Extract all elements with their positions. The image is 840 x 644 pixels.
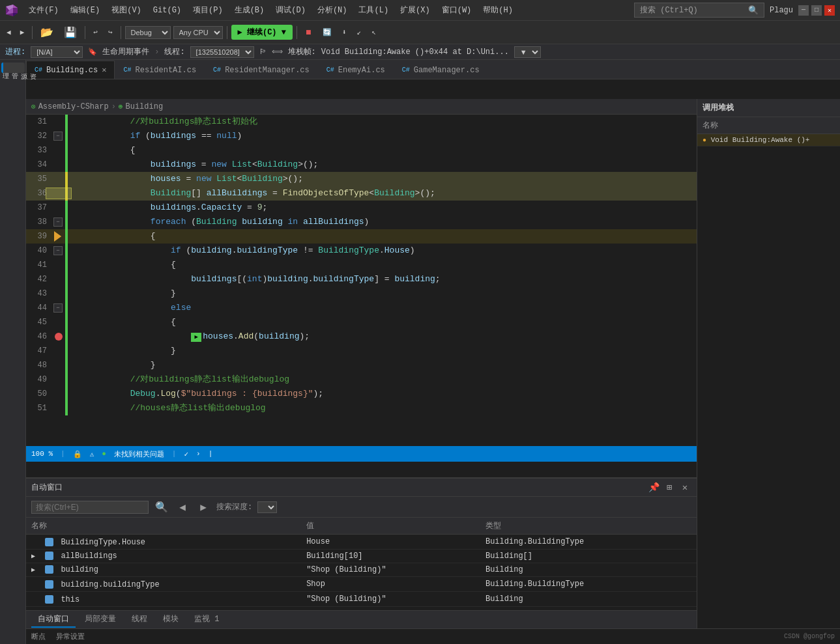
tab-building-cs[interactable]: C# Building.cs ✕ [26,61,115,79]
table-row: 37 buildings.Capacity = 9; [26,201,697,215]
menu-window[interactable]: 窗口(W) [437,3,477,17]
tab-resident-manager[interactable]: C# ResidentManager.cs [205,61,318,79]
menu-debug[interactable]: 调试(D) [270,3,311,17]
stack-dropdown[interactable]: ▼ [514,46,541,58]
menu-extensions[interactable]: 扩展(X) [395,3,435,17]
forward-btn[interactable]: ▶ [16,27,29,38]
search-input[interactable] [31,501,149,514]
breakpoint-46 [55,333,63,341]
code-43: } [68,287,697,301]
collapse-44[interactable]: − [53,303,63,313]
collapse-38[interactable]: − [53,217,63,227]
menu-help[interactable]: 帮助(H) [478,3,518,17]
menu-git[interactable]: Git(G) [148,5,186,16]
line-num-49: 49 [26,372,52,387]
expand-arrow-2[interactable]: ▶ [31,566,39,574]
watch-type-2: Building [480,563,697,577]
table-row: 49 //对buildings静态list输出debuglog [26,372,697,387]
restart-btn[interactable]: 🔄 [319,27,336,38]
search-bar: 🔍 ◀ ▶ 搜索深度: [26,497,697,518]
gutter-51 [52,401,65,415]
undo-btn[interactable]: ↩ [89,27,102,38]
left-sidebar: 资源管理器 [0,60,26,644]
maximize-btn[interactable]: □ [811,5,822,16]
menu-tools[interactable]: 工具(L) [353,3,394,17]
zoom-level: 100 % [31,450,53,458]
menu-project[interactable]: 项目(P) [188,3,228,17]
table-row: 46 ▶houses.Add(building); [26,329,697,344]
watch-name-text-3: building.buildingType [61,580,159,589]
redo-btn[interactable]: ↪ [104,27,117,38]
play-icon: ▶ [238,28,242,37]
tab-enemy-ai[interactable]: C# EnemyAi.cs [318,61,394,79]
gutter-33 [52,143,65,158]
file-icon[interactable]: 📂 [36,25,57,40]
menu-analyze[interactable]: 分析(N) [312,3,353,17]
save-icon[interactable]: 💾 [60,25,81,40]
nav-fwd-btn[interactable]: ▶ [196,499,211,515]
gutter-38: − [52,215,65,229]
code-editor[interactable]: 31 //对buildings静态list初始化 32 − if (buildi… [26,115,697,462]
breakpoints-label[interactable]: 断点 [31,632,46,641]
call-stack-header: 调用堆栈 [697,99,840,117]
menu-file[interactable]: 文件(F) [23,3,64,17]
menu-build[interactable]: 生成(B) [229,3,270,17]
float-btn[interactable]: ⊞ [663,481,676,494]
config-dropdown[interactable]: Debug [125,26,171,39]
code-41: { [68,258,697,272]
menu-view[interactable]: 视图(V) [106,3,147,17]
collapse-32[interactable]: − [53,132,63,141]
panel-controls: 📌 ⊞ ✕ [647,481,691,494]
depth-dropdown[interactable] [257,501,277,513]
pin-btn[interactable]: 📌 [647,481,660,494]
step-into-btn[interactable]: ↙ [353,27,366,38]
continue-btn[interactable]: ▶ 继续(C) ▼ [231,25,293,40]
code-33: { [68,143,697,158]
gutter-49 [52,372,65,387]
btab-autownd[interactable]: 自动窗口 [31,611,76,628]
sidebar-icon-1[interactable]: 资源管理器 [1,63,25,73]
gutter-40: − [52,244,65,258]
btab-modules[interactable]: 模块 [156,611,185,628]
continue-dropdown-arrow: ▼ [282,28,286,37]
btab-watch1[interactable]: 监视 1 [188,611,225,628]
exceptions-label[interactable]: 异常设置 [56,632,85,641]
line-num-38: 38 [26,215,52,229]
btab-locals[interactable]: 局部变量 [78,611,123,628]
step-out-btn[interactable]: ↖ [368,27,380,38]
sep5 [297,26,297,39]
tab-resident-ai[interactable]: C# ResidentAI.cs [115,61,205,79]
global-search[interactable]: 搜索 (Ctrl+Q) 🔍 [634,3,764,18]
member-label[interactable]: Building [125,102,163,111]
gutter-50 [52,387,65,401]
namespace-label[interactable]: Assembly-CSharp [38,102,109,111]
close-panel-btn[interactable]: ✕ [678,481,691,494]
back-btn[interactable]: ◀ [3,27,15,38]
row-icon-3 [45,580,53,589]
gutter-34 [52,158,65,172]
step-over-btn[interactable]: ⬇ [338,27,351,38]
collapse-40[interactable]: − [53,246,63,255]
btab-threads[interactable]: 线程 [125,611,154,628]
process-dropdown[interactable]: [N/A] [31,46,83,58]
menu-edit[interactable]: 编辑(E) [65,3,106,17]
watch-value-2: "Shop (Building)" [301,563,480,577]
stack-value: Void Building:Awake ()+0x44 at D:\Uni... [321,48,509,57]
expand-arrow-1[interactable]: ▶ [31,552,39,560]
line-num-45: 45 [26,315,52,329]
tab-icon-0: C# [35,66,42,74]
line-num-31: 31 [26,115,52,129]
search-icon-btn[interactable]: 🔍 [154,499,169,515]
nav-back-btn[interactable]: ◀ [175,499,190,515]
gutter-48 [52,358,65,372]
tab-game-manager[interactable]: C# GameManager.cs [394,61,488,79]
code-37: buildings.Capacity = 9; [68,201,697,215]
close-btn[interactable]: ✕ [824,5,835,16]
cpu-dropdown[interactable]: Any CPU [173,26,223,39]
thread-dropdown[interactable]: [1325510208] [190,46,254,58]
bottom-status: 断点 异常设置 CSDN @gongfop [26,628,840,644]
code-lines: 31 //对buildings静态list初始化 32 − if (buildi… [26,115,697,415]
call-stack-title: 调用堆栈 [702,102,734,113]
stop-btn[interactable]: ⏹ [301,27,316,38]
minimize-btn[interactable]: ─ [798,5,809,16]
